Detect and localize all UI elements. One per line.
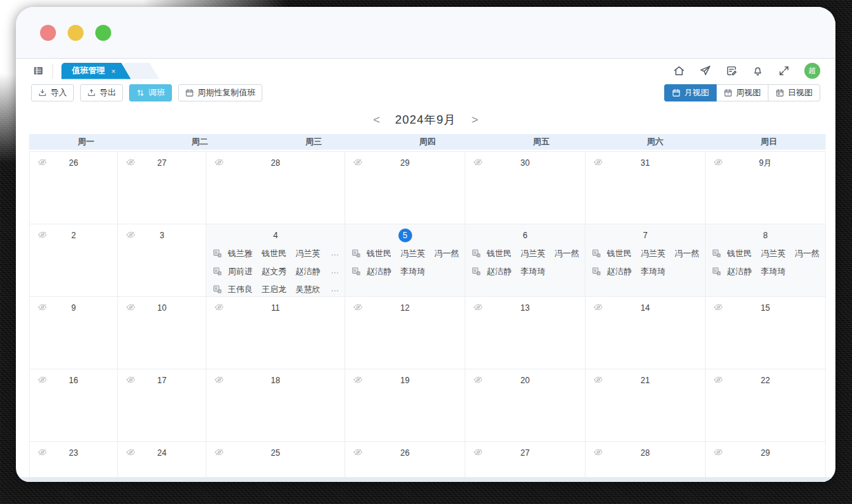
eye-off-icon[interactable] xyxy=(37,302,48,312)
month-view-button[interactable]: 月视图 xyxy=(664,84,717,101)
calendar-day-cell[interactable]: 29 xyxy=(345,152,465,224)
day-view-button[interactable]: 日视图 xyxy=(768,84,820,101)
eye-off-icon[interactable] xyxy=(472,447,484,457)
calendar-day-cell[interactable]: 8钱世民冯兰英冯一然赵洁静李琦琦 xyxy=(706,224,826,297)
eye-off-icon[interactable] xyxy=(213,375,225,385)
calendar-day-cell[interactable]: 7钱世民冯兰英冯一然赵洁静李琦琦 xyxy=(585,224,706,297)
next-month-button[interactable]: > xyxy=(469,113,481,127)
calendar-day-cell[interactable]: 4钱兰雅钱世民冯兰英…周前进赵文秀赵洁静…王伟良王启龙吴慧欣… xyxy=(206,224,345,297)
eye-off-icon xyxy=(592,375,604,385)
eye-off-icon[interactable] xyxy=(713,375,724,385)
duty-entry[interactable]: 赵洁静李琦琦 xyxy=(712,262,820,280)
duty-entry[interactable]: 钱世民冯兰英冯一然 xyxy=(351,244,459,262)
calendar-day-cell[interactable]: 26 xyxy=(30,152,118,224)
export-button[interactable]: 导出 xyxy=(80,84,123,101)
eye-off-icon[interactable] xyxy=(37,375,48,385)
eye-off-icon[interactable] xyxy=(125,230,137,240)
duty-entry[interactable]: 钱世民冯兰英冯一然 xyxy=(592,244,699,262)
calendar-day-cell[interactable]: 27 xyxy=(118,152,206,224)
calendar-day-cell[interactable]: 11 xyxy=(206,297,345,369)
home-icon[interactable] xyxy=(673,65,685,77)
calendar-day-cell[interactable]: 2 xyxy=(30,224,118,297)
swap-shift-button[interactable]: 调班 xyxy=(129,84,172,101)
calendar-day-cell[interactable]: 26 xyxy=(345,442,465,482)
eye-off-icon[interactable] xyxy=(472,302,484,312)
date-label: 9 xyxy=(71,303,76,313)
eye-off-icon[interactable] xyxy=(472,157,484,167)
eye-off-icon[interactable] xyxy=(213,157,225,167)
duty-entry[interactable]: 钱世民冯兰英冯一然 xyxy=(712,244,820,262)
eye-off-icon[interactable] xyxy=(592,447,604,457)
calendar-day-cell[interactable]: 14 xyxy=(585,297,706,369)
calendar-day-cell[interactable]: 18 xyxy=(206,369,345,442)
eye-off-icon[interactable] xyxy=(713,302,724,312)
eye-off-icon[interactable] xyxy=(352,447,364,457)
eye-off-icon[interactable] xyxy=(713,157,724,167)
calendar-day-cell[interactable]: 20 xyxy=(465,369,585,442)
calendar-day-cell[interactable]: 13 xyxy=(465,297,585,369)
calendar-day-cell[interactable]: 24 xyxy=(118,442,206,482)
eye-off-icon[interactable] xyxy=(37,230,48,240)
tab-duty-management[interactable]: 值班管理 × xyxy=(61,63,130,79)
calendar-day-cell[interactable]: 16 xyxy=(30,369,118,442)
eye-off-icon[interactable] xyxy=(713,447,724,457)
avatar[interactable]: 超 xyxy=(804,63,820,79)
duty-group-icon xyxy=(472,266,481,276)
eye-off-icon[interactable] xyxy=(125,375,137,385)
calendar-day-cell[interactable]: 28 xyxy=(585,442,706,482)
calendar-day-cell[interactable]: 31 xyxy=(585,152,706,224)
calendar-day-cell[interactable]: 25 xyxy=(206,442,345,482)
calendar-day-cell[interactable]: 3 xyxy=(118,224,206,297)
eye-off-icon[interactable] xyxy=(472,375,484,385)
send-icon[interactable] xyxy=(699,65,711,77)
duty-entry[interactable]: 钱兰雅钱世民冯兰英… xyxy=(213,244,339,262)
eye-off-icon[interactable] xyxy=(37,157,48,167)
prev-month-button[interactable]: < xyxy=(370,113,383,127)
eye-off-icon[interactable] xyxy=(352,157,364,167)
calendar-day-cell[interactable]: 28 xyxy=(206,152,345,224)
eye-off-icon[interactable] xyxy=(352,375,364,385)
calendar-day-cell[interactable]: 19 xyxy=(345,369,465,442)
eye-off-icon[interactable] xyxy=(592,157,604,167)
calendar-day-cell[interactable]: 30 xyxy=(465,152,585,224)
week-view-button[interactable]: 7 周视图 xyxy=(716,84,768,101)
calendar-day-cell[interactable]: 17 xyxy=(118,369,206,442)
eye-off-icon[interactable] xyxy=(37,447,48,457)
close-window-button[interactable] xyxy=(40,25,56,41)
sidebar-collapse-icon[interactable] xyxy=(32,65,44,77)
calendar-day-cell[interactable]: 9月 xyxy=(706,152,826,224)
eye-off-icon[interactable] xyxy=(213,302,225,312)
eye-off-icon[interactable] xyxy=(213,447,225,457)
minimize-window-button[interactable] xyxy=(68,25,84,41)
memo-icon[interactable] xyxy=(726,65,737,77)
calendar-day-cell[interactable]: 23 xyxy=(30,442,118,482)
eye-off-icon[interactable] xyxy=(592,302,604,312)
duty-entry[interactable]: 赵洁静李琦琦 xyxy=(592,262,699,280)
calendar-day-cell[interactable]: 15 xyxy=(706,297,826,369)
expand-icon[interactable] xyxy=(778,65,790,77)
import-button[interactable]: 导入 xyxy=(31,84,74,101)
maximize-window-button[interactable] xyxy=(95,25,111,41)
eye-off-icon[interactable] xyxy=(125,302,137,312)
calendar-day-cell[interactable]: 9 xyxy=(30,297,118,369)
duty-entry[interactable]: 王伟良王启龙吴慧欣… xyxy=(213,280,339,298)
eye-off-icon[interactable] xyxy=(352,302,364,312)
duty-entry[interactable]: 钱世民冯兰英冯一然 xyxy=(472,244,579,262)
calendar-day-cell[interactable]: 21 xyxy=(585,369,706,442)
calendar-day-cell[interactable]: 10 xyxy=(118,297,206,369)
eye-off-icon[interactable] xyxy=(125,447,137,457)
eye-off-icon[interactable] xyxy=(125,157,137,167)
duty-entry[interactable]: 赵洁静李琦琦 xyxy=(351,262,459,280)
calendar-day-cell[interactable]: 6钱世民冯兰英冯一然赵洁静李琦琦 xyxy=(465,224,585,297)
periodic-copy-button[interactable]: 周期性复制值班 xyxy=(178,84,262,101)
tab-close-icon[interactable]: × xyxy=(111,67,115,75)
duty-entry[interactable]: 赵洁静李琦琦 xyxy=(472,262,579,280)
duty-entry[interactable]: 周前进赵文秀赵洁静… xyxy=(213,262,339,280)
calendar-day-cell[interactable]: 29 xyxy=(706,442,826,482)
bell-icon[interactable] xyxy=(752,65,764,77)
calendar-day-cell[interactable]: 22 xyxy=(706,369,826,442)
calendar-day-cell[interactable]: 27 xyxy=(465,442,585,482)
eye-off-icon[interactable] xyxy=(592,375,604,385)
calendar-day-cell[interactable]: 5钱世民冯兰英冯一然赵洁静李琦琦 xyxy=(345,224,465,297)
calendar-day-cell[interactable]: 12 xyxy=(345,297,465,369)
